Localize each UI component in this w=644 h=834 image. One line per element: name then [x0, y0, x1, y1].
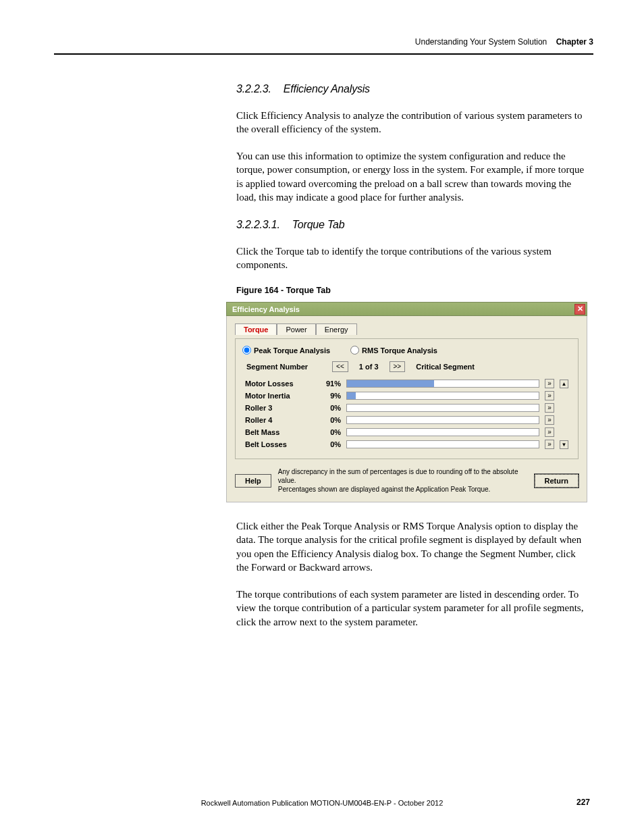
bar-track [346, 416, 539, 424]
bar-track [346, 428, 539, 436]
bar-track [346, 380, 539, 388]
bar-fill [347, 392, 356, 399]
table-row: Roller 40%» [242, 414, 571, 426]
tab-power[interactable]: Power [277, 323, 315, 335]
bar-cell [344, 426, 542, 438]
bar-cell [344, 402, 542, 414]
radio-input[interactable] [242, 346, 251, 355]
bar-cell [344, 390, 542, 402]
parameter-percentage: 91% [323, 377, 344, 390]
return-button[interactable]: Return [535, 474, 579, 488]
segment-number-label: Segment Number [246, 363, 308, 371]
critical-segment-label: Critical Segment [416, 363, 475, 371]
torque-contribution-table: Motor Losses91%»▲Motor Inertia9%»Roller … [242, 377, 571, 450]
segment-value: 1 of 3 [354, 363, 384, 371]
parameter-percentage: 0% [323, 426, 344, 438]
close-icon[interactable]: ✕ [574, 304, 585, 315]
segment-prev-button[interactable]: << [332, 361, 348, 372]
body-paragraph: Click Efficiency Analysis to analyze the… [236, 109, 587, 136]
body-paragraph: You can use this information to optimize… [236, 149, 587, 204]
expand-row-button[interactable]: » [545, 403, 554, 413]
expand-row-button[interactable]: » [545, 427, 554, 437]
parameter-name: Belt Mass [242, 426, 323, 438]
dialog-title: Efficiency Analysis [232, 305, 300, 313]
expand-row-button[interactable]: » [545, 379, 554, 388]
subsection-heading: 3.2.2.3.1.Torque Tab [236, 217, 587, 232]
help-button[interactable]: Help [235, 474, 271, 488]
section-heading: 3.2.2.3.Efficiency Analysis [236, 82, 587, 97]
parameter-name: Belt Losses [242, 438, 323, 450]
table-row: Belt Mass0%» [242, 426, 571, 438]
tab-torque[interactable]: Torque [235, 323, 277, 335]
radio-peak-torque[interactable]: Peak Torque Analysis [242, 346, 330, 355]
body-paragraph: Click the Torque tab to identify the tor… [236, 244, 587, 272]
parameter-name: Motor Losses [242, 377, 323, 390]
bar-track [346, 392, 539, 400]
section-title: Efficiency Analysis [284, 83, 370, 95]
expand-row-button[interactable]: » [545, 440, 554, 449]
table-row: Motor Inertia9%» [242, 390, 571, 402]
header-chapter: Chapter 3 [556, 37, 593, 47]
parameter-percentage: 0% [323, 438, 344, 450]
parameter-name: Roller 3 [242, 402, 323, 414]
bar-cell [344, 438, 542, 450]
bar-cell [344, 377, 542, 390]
bar-track [346, 404, 539, 412]
dialog-titlebar: Efficiency Analysis ✕ [226, 302, 587, 316]
page-number: 227 [576, 798, 590, 807]
bar-track [346, 440, 539, 448]
tab-bar: Torque Power Energy [235, 323, 579, 334]
radio-input[interactable] [350, 346, 359, 355]
body-paragraph: The torque contributions of each system … [236, 588, 587, 629]
expand-row-button[interactable]: » [545, 391, 554, 400]
publication-footer: Rockwell Automation Publication MOTION-U… [0, 799, 644, 807]
scroll-up-button[interactable]: ▲ [560, 380, 568, 388]
footer-note: Any discrepancy in the sum of percentage… [278, 467, 528, 494]
radio-rms-torque[interactable]: RMS Torque Analysis [350, 346, 437, 355]
parameter-percentage: 9% [323, 390, 344, 402]
table-row: Belt Losses0%»▼ [242, 438, 571, 450]
section-number: 3.2.2.3. [236, 83, 271, 95]
parameter-name: Motor Inertia [242, 390, 323, 402]
expand-row-button[interactable]: » [545, 415, 554, 425]
header-section: Understanding Your System Solution [415, 37, 547, 47]
table-row: Roller 30%» [242, 402, 571, 414]
page-header: Understanding Your System Solution Chapt… [54, 37, 593, 55]
table-row: Motor Losses91%»▲ [242, 377, 571, 390]
parameter-percentage: 0% [323, 402, 344, 414]
tab-energy[interactable]: Energy [316, 323, 357, 335]
parameter-name: Roller 4 [242, 414, 323, 426]
subsection-number: 3.2.2.3.1. [236, 219, 280, 230]
segment-next-button[interactable]: >> [390, 361, 406, 372]
body-paragraph: Click either the Peak Torque Analysis or… [236, 519, 587, 574]
scroll-down-button[interactable]: ▼ [560, 440, 568, 449]
parameter-percentage: 0% [323, 414, 344, 426]
figure-caption: Figure 164 - Torque Tab [236, 285, 587, 296]
bar-fill [347, 380, 434, 387]
efficiency-analysis-dialog: Efficiency Analysis ✕ Torque Power Energ… [226, 302, 587, 502]
subsection-title: Torque Tab [292, 219, 345, 230]
bar-cell [344, 414, 542, 426]
